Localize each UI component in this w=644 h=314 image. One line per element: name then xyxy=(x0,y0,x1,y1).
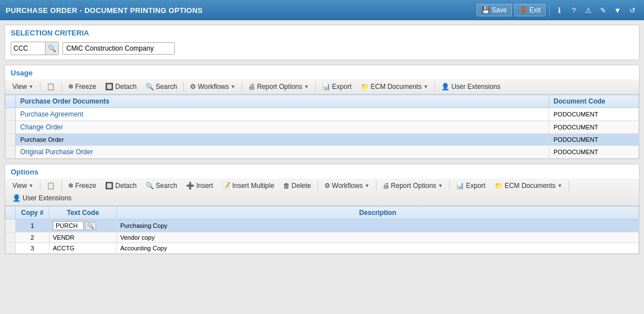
options-freeze-button[interactable]: ❄ Freeze xyxy=(64,180,100,191)
options-table-row[interactable]: 2 VENDR Vendor copy xyxy=(6,232,639,243)
table-row[interactable]: Purchase Order PODOCUMENT xyxy=(6,134,639,146)
view-dropdown-icon: ▼ xyxy=(29,84,34,89)
row-description: Purchasing Copy xyxy=(117,219,639,232)
toolbar-divider-o4 xyxy=(376,181,377,191)
usage-col-documents: Purchase Order Documents xyxy=(16,95,549,108)
row-num xyxy=(6,121,16,134)
help-icon-btn[interactable]: ? xyxy=(568,4,580,16)
search-icon: 🔍 xyxy=(146,83,154,91)
row-textcode: ACCTG xyxy=(49,243,117,254)
row-num xyxy=(6,219,16,232)
info-icon-btn[interactable]: ℹ xyxy=(553,4,565,16)
row-num xyxy=(6,232,16,243)
report-dropdown-icon: ▼ xyxy=(304,84,309,89)
delete-icon: 🗑 xyxy=(283,182,290,190)
row-num xyxy=(6,243,16,254)
usage-col-doccode: Document Code xyxy=(549,95,639,108)
options-insert-button[interactable]: ➕ Insert xyxy=(182,180,217,191)
insert-icon: ➕ xyxy=(186,182,194,190)
toolbar-divider-o6 xyxy=(569,181,569,191)
options-detach-button[interactable]: 🔲 Detach xyxy=(101,180,140,191)
page-title: PURCHASE ORDER - DOCUMENT PRINTING OPTIO… xyxy=(6,6,203,15)
toolbar-divider-o3 xyxy=(318,181,318,191)
workflows-dropdown-icon: ▼ xyxy=(230,84,235,89)
options-table-row[interactable]: 3 ACCTG Accounting Copy xyxy=(6,243,639,254)
usage-header: Usage xyxy=(5,65,639,79)
ecm-icon: 📁 xyxy=(495,182,503,190)
options-report-options-button[interactable]: 🖨 Report Options ▼ xyxy=(379,180,447,191)
row-description: Accounting Copy xyxy=(117,243,639,254)
report-icon: 🖨 xyxy=(248,83,255,91)
export-icon: 📊 xyxy=(322,83,330,91)
exit-icon: 🚪 xyxy=(519,6,528,14)
workflows-dropdown-icon: ▼ xyxy=(365,183,370,189)
usage-export-button[interactable]: 📊 Export xyxy=(318,81,356,92)
text-code-search-button[interactable]: 🔍 xyxy=(85,222,96,230)
options-header: Options xyxy=(5,164,639,178)
options-workflows-button[interactable]: ⚙ Workflows ▼ xyxy=(320,180,374,191)
insert-multiple-icon: 📝 xyxy=(222,182,230,190)
usage-copy-button[interactable]: 📋 xyxy=(43,81,59,92)
options-ecm-button[interactable]: 📁 ECM Documents ▼ xyxy=(491,180,566,191)
row-num xyxy=(6,134,16,146)
options-col-description: Description xyxy=(117,207,639,219)
toolbar-divider-o5 xyxy=(449,181,450,191)
usage-ecm-button[interactable]: 📁 ECM Documents ▼ xyxy=(357,81,433,92)
usage-col-rownum xyxy=(6,95,16,108)
toolbar-divider-4 xyxy=(242,82,242,92)
edit-icon-btn[interactable]: ✎ xyxy=(597,4,609,16)
options-toolbar: View ▼ 📋 ❄ Freeze 🔲 Detach 🔍 Search ➕ xyxy=(5,178,639,206)
options-delete-button[interactable]: 🗑 Delete xyxy=(279,180,315,191)
dropdown-icon-btn[interactable]: ▼ xyxy=(611,4,624,16)
options-search-button[interactable]: 🔍 Search xyxy=(142,180,181,191)
options-col-textcode: Text Code xyxy=(49,207,117,219)
company-code-search-button[interactable]: 🔍 xyxy=(45,42,58,55)
company-name-input[interactable] xyxy=(62,42,175,55)
row-textcode: 🔍 xyxy=(49,219,117,232)
usage-userext-button[interactable]: 👤 User Extensions xyxy=(437,81,504,92)
toolbar-divider-o2 xyxy=(61,181,62,191)
refresh-icon-btn[interactable]: ↺ xyxy=(626,4,638,16)
row-document: Change Order xyxy=(16,121,549,134)
options-userext-button[interactable]: 👤 User Extensions xyxy=(8,192,75,204)
row-description: Vendor copy xyxy=(117,232,639,243)
table-row[interactable]: Change Order PODOCUMENT xyxy=(6,121,639,134)
selection-criteria-section: SELECTION CRITERIA 🔍 xyxy=(4,25,640,60)
ecm-icon: 📁 xyxy=(361,83,369,91)
options-view-button[interactable]: View ▼ xyxy=(8,180,38,191)
freeze-icon: ❄ xyxy=(68,83,74,91)
exit-button[interactable]: 🚪 Exit xyxy=(514,4,546,16)
options-export-button[interactable]: 📊 Export xyxy=(452,180,489,191)
usage-detach-button[interactable]: 🔲 Detach xyxy=(101,81,140,92)
text-code-input[interactable] xyxy=(53,221,84,230)
usage-workflows-button[interactable]: ⚙ Workflows ▼ xyxy=(186,81,239,92)
company-code-input[interactable] xyxy=(11,43,45,54)
options-table-row[interactable]: 1 🔍 Purchasing Copy xyxy=(6,219,639,232)
row-num xyxy=(6,146,16,159)
table-row[interactable]: Original Purchase Order PODOCUMENT xyxy=(6,146,639,159)
app-header: PURCHASE ORDER - DOCUMENT PRINTING OPTIO… xyxy=(0,0,644,20)
toolbar-divider-1 xyxy=(40,82,40,92)
usage-toolbar: View ▼ 📋 ❄ Freeze 🔲 Detach 🔍 Search xyxy=(5,79,639,95)
table-row[interactable]: Purchase Agreement PODOCUMENT xyxy=(6,108,639,121)
usage-search-button[interactable]: 🔍 Search xyxy=(142,81,181,92)
usage-view-button[interactable]: View ▼ xyxy=(8,81,38,92)
options-col-rownum xyxy=(6,207,16,219)
header-divider xyxy=(549,5,550,16)
save-button[interactable]: 💾 Save xyxy=(477,4,512,16)
ecm-dropdown-icon: ▼ xyxy=(557,183,563,189)
alert-icon-btn[interactable]: ⚠ xyxy=(582,4,595,16)
usage-report-options-button[interactable]: 🖨 Report Options ▼ xyxy=(244,81,313,92)
row-copynum: 3 xyxy=(16,243,49,254)
options-copy-button[interactable]: 📋 xyxy=(43,180,59,191)
company-code-field: 🔍 xyxy=(11,42,59,55)
options-insert-multiple-button[interactable]: 📝 Insert Multiple xyxy=(218,180,278,191)
row-doccode: PODOCUMENT xyxy=(549,134,639,146)
usage-freeze-button[interactable]: ❄ Freeze xyxy=(64,81,100,92)
usage-table: Purchase Order Documents Document Code P… xyxy=(5,95,639,159)
options-col-copynum: Copy # xyxy=(16,207,49,219)
options-table: Copy # Text Code Description 1 xyxy=(5,206,639,254)
ecm-dropdown-icon: ▼ xyxy=(423,84,428,89)
row-copynum: 2 xyxy=(16,232,49,243)
search-icon: 🔍 xyxy=(146,182,154,190)
